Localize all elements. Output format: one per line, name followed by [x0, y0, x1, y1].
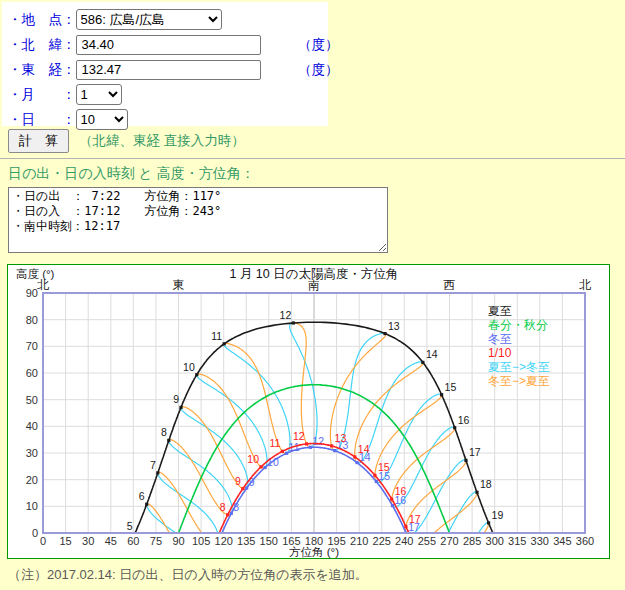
latitude-unit: （度）: [298, 36, 339, 54]
svg-text:90: 90: [172, 535, 184, 547]
svg-text:60: 60: [26, 367, 38, 379]
svg-text:14: 14: [426, 348, 438, 360]
sun-path-chart: 5678910111213141516171819891011121314151…: [7, 264, 610, 559]
svg-text:方位角 (°): 方位角 (°): [289, 546, 339, 558]
footer-note: （注）2017.02.14: 日の出、日の入時の方位角の表示を追加。: [8, 566, 368, 584]
svg-text:北: 北: [579, 278, 591, 292]
svg-text:60: 60: [127, 535, 139, 547]
svg-text:9: 9: [235, 475, 241, 487]
svg-text:50: 50: [26, 394, 38, 406]
svg-text:高度 (°): 高度 (°): [16, 268, 55, 280]
svg-text:9: 9: [173, 393, 179, 405]
svg-text:7: 7: [150, 459, 156, 471]
svg-text:330: 330: [531, 535, 549, 547]
svg-text:30: 30: [26, 447, 38, 459]
svg-text:315: 315: [508, 535, 526, 547]
svg-text:5: 5: [127, 520, 133, 532]
svg-text:360: 360: [576, 535, 594, 547]
longitude-input[interactable]: [76, 60, 261, 80]
svg-text:80: 80: [26, 314, 38, 326]
svg-text:8: 8: [161, 426, 167, 438]
svg-text:春分・秋分: 春分・秋分: [488, 318, 548, 332]
location-select[interactable]: 586: 広島/広島: [76, 9, 222, 30]
svg-text:6: 6: [139, 490, 145, 502]
svg-text:冬至−>夏至: 冬至−>夏至: [488, 374, 550, 388]
divider: [0, 158, 625, 159]
svg-text:1 月 10 日の太陽高度・方位角: 1 月 10 日の太陽高度・方位角: [229, 267, 398, 281]
svg-text:15: 15: [378, 461, 390, 473]
svg-text:30: 30: [82, 535, 94, 547]
svg-text:0: 0: [40, 535, 46, 547]
calc-row: 計 算 （北緯、東経 直接入力時）: [2, 129, 245, 153]
month-label: ・月 ：: [8, 86, 76, 104]
svg-text:8: 8: [220, 501, 226, 513]
svg-text:240: 240: [395, 535, 413, 547]
svg-text:0: 0: [32, 527, 38, 539]
svg-text:夏至: 夏至: [488, 304, 512, 318]
svg-text:105: 105: [192, 535, 210, 547]
svg-text:135: 135: [237, 535, 255, 547]
svg-text:北: 北: [37, 278, 49, 292]
svg-text:1/10: 1/10: [488, 346, 512, 360]
sunrise-sunset-textarea[interactable]: ・日の出 ： 7:22 方位角：117° ・日の入 ：17:12 方位角：243…: [8, 187, 388, 253]
svg-text:16: 16: [395, 485, 407, 497]
svg-text:75: 75: [150, 535, 162, 547]
svg-text:255: 255: [418, 535, 436, 547]
svg-text:19: 19: [492, 509, 504, 521]
longitude-label: ・東 経：: [8, 61, 76, 79]
month-select[interactable]: 1: [76, 84, 122, 105]
svg-text:14: 14: [358, 443, 370, 455]
svg-text:345: 345: [553, 535, 571, 547]
svg-text:西: 西: [444, 278, 456, 292]
input-form: ・地 点： 586: 広島/広島 ・北 緯： （度） ・東 経： （度） ・月 …: [2, 2, 328, 126]
svg-text:10: 10: [26, 500, 38, 512]
calculate-button[interactable]: 計 算: [8, 129, 69, 153]
svg-text:東: 東: [173, 278, 185, 292]
svg-text:70: 70: [26, 340, 38, 352]
result-heading: 日の出・日の入時刻 と 高度・方位角：: [8, 165, 255, 183]
svg-text:150: 150: [260, 535, 278, 547]
svg-text:225: 225: [373, 535, 391, 547]
svg-text:300: 300: [486, 535, 504, 547]
svg-text:15: 15: [445, 381, 457, 393]
latitude-input[interactable]: [76, 35, 261, 55]
svg-text:210: 210: [350, 535, 368, 547]
svg-text:17: 17: [409, 513, 421, 525]
svg-text:20: 20: [26, 474, 38, 486]
svg-text:16: 16: [458, 414, 470, 426]
svg-text:13: 13: [388, 320, 400, 332]
svg-text:冬至: 冬至: [488, 332, 512, 346]
svg-text:18: 18: [480, 478, 492, 490]
svg-text:12: 12: [293, 430, 305, 442]
svg-text:13: 13: [335, 432, 347, 444]
sun-path-svg: 5678910111213141516171819891011121314151…: [8, 265, 609, 558]
svg-text:45: 45: [105, 535, 117, 547]
svg-text:10: 10: [247, 453, 259, 465]
day-label: ・日 ：: [8, 111, 76, 129]
svg-text:夏至−>冬至: 夏至−>冬至: [488, 360, 550, 374]
svg-text:17: 17: [469, 446, 481, 458]
svg-text:120: 120: [215, 535, 233, 547]
svg-text:11: 11: [211, 330, 222, 342]
location-label: ・地 点：: [8, 11, 76, 29]
svg-text:285: 285: [463, 535, 481, 547]
svg-text:12: 12: [312, 435, 324, 447]
svg-text:12: 12: [280, 309, 292, 321]
latitude-label: ・北 緯：: [8, 36, 76, 54]
svg-text:270: 270: [440, 535, 458, 547]
svg-text:40: 40: [26, 420, 38, 432]
day-select[interactable]: 10: [76, 109, 128, 130]
svg-text:15: 15: [59, 535, 71, 547]
calc-note: （北緯、東経 直接入力時）: [79, 132, 245, 150]
svg-text:11: 11: [269, 437, 280, 449]
longitude-unit: （度）: [298, 61, 339, 79]
svg-text:10: 10: [183, 361, 195, 373]
